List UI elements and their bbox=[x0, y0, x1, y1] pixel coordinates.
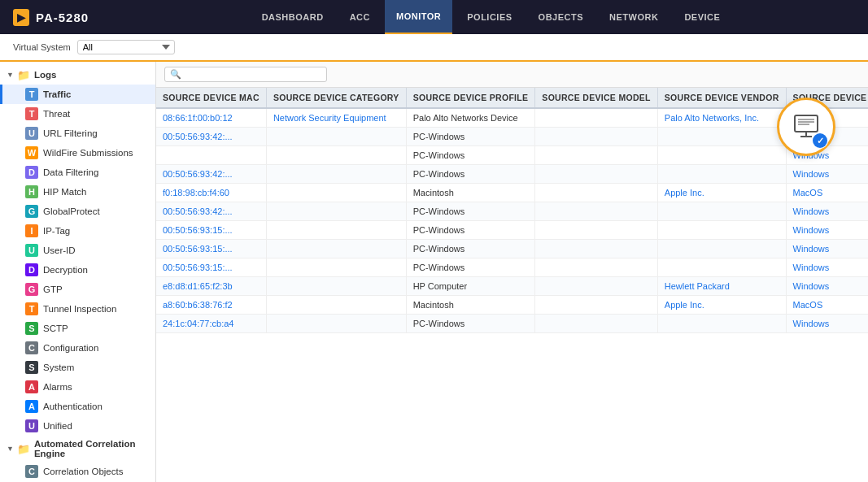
table-cell[interactable]: 24:1c:04:77:cb:a4 bbox=[156, 315, 266, 333]
table-cell: Macintosh bbox=[406, 184, 535, 202]
table-cell bbox=[266, 315, 406, 333]
table-cell[interactable]: Apple Inc. bbox=[657, 184, 786, 202]
nav-policies[interactable]: POLICIES bbox=[456, 0, 523, 34]
sidebar-item-tunnel[interactable]: T Tunnel Inspection bbox=[0, 299, 155, 319]
sidebar-item-authentication[interactable]: A Authentication bbox=[0, 397, 155, 416]
table-cell[interactable] bbox=[156, 146, 266, 165]
table-row[interactable]: 00:50:56:93:42:...PC-WindowsWindowsWindo… bbox=[156, 128, 868, 146]
sidebar-item-label: Decryption bbox=[43, 265, 88, 275]
table-cell: PC-Windows bbox=[406, 315, 535, 333]
userid-icon: U bbox=[25, 244, 38, 257]
sidebar-item-wildfire[interactable]: W WildFire Submissions bbox=[0, 143, 155, 163]
table-cell bbox=[657, 146, 786, 165]
logs-arrow-icon: ▼ bbox=[7, 71, 14, 79]
sidebar-item-label: System bbox=[43, 363, 74, 372]
sidebar-item-data-filtering[interactable]: D Data Filtering bbox=[0, 163, 155, 182]
wildfire-icon: W bbox=[25, 146, 38, 159]
table-cell[interactable]: 00:50:56:93:42:... bbox=[156, 128, 266, 146]
table-cell[interactable]: MacOS bbox=[786, 296, 868, 315]
sidebar-item-threat[interactable]: T Threat bbox=[0, 104, 155, 124]
table-cell bbox=[266, 258, 406, 277]
table-cell[interactable]: Windows bbox=[786, 258, 868, 277]
table-row[interactable]: 00:50:56:93:15:...PC-WindowsWindowsWindo… bbox=[156, 258, 868, 277]
table-cell[interactable]: Network Security Equipment bbox=[266, 108, 406, 128]
table-cell[interactable]: Windows bbox=[786, 277, 868, 296]
table-cell[interactable]: 00:50:56:93:42:... bbox=[156, 202, 266, 221]
sidebar-item-sctp[interactable]: S SCTP bbox=[0, 319, 155, 338]
threat-icon: T bbox=[25, 107, 38, 120]
sidebar-item-label: Tunnel Inspection bbox=[43, 304, 116, 314]
sidebar-item-unified[interactable]: U Unified bbox=[0, 416, 155, 436]
table-cell[interactable]: MacOS bbox=[786, 184, 868, 202]
logs-section-header[interactable]: ▼ 📁 Logs bbox=[0, 65, 155, 85]
table-cell[interactable]: Windows bbox=[786, 221, 868, 240]
table-row[interactable]: e8:d8:d1:65:f2:3bHP ComputerHewlett Pack… bbox=[156, 277, 868, 296]
search-input[interactable] bbox=[185, 70, 315, 80]
sidebar-item-traffic[interactable]: T Traffic bbox=[0, 85, 155, 104]
table-cell[interactable]: 08:66:1f:00:b0:12 bbox=[156, 108, 266, 128]
table-cell bbox=[266, 146, 406, 165]
nav-acc[interactable]: ACC bbox=[338, 0, 382, 34]
col-model: SOURCE DEVICE MODEL bbox=[535, 88, 657, 108]
table-cell[interactable]: a8:60:b6:38:76:f2 bbox=[156, 296, 266, 315]
sidebar-item-system[interactable]: S System bbox=[0, 358, 155, 377]
table-row[interactable]: 24:1c:04:77:cb:a4PC-WindowsWindowsWindow… bbox=[156, 315, 868, 333]
badge-check: ✓ bbox=[812, 132, 828, 149]
sidebar-item-label: Alarms bbox=[43, 382, 72, 392]
search-input-wrapper: 🔍 bbox=[164, 67, 327, 82]
table-row[interactable]: f0:18:98:cb:f4:60MacintoshApple Inc.MacO… bbox=[156, 184, 868, 202]
table-cell[interactable]: 00:50:56:93:15:... bbox=[156, 258, 266, 277]
table-cell[interactable]: Windows bbox=[786, 165, 868, 184]
table-cell[interactable]: Apple Inc. bbox=[657, 296, 786, 315]
logs-folder-icon: 📁 bbox=[17, 68, 30, 81]
table-cell: PC-Windows bbox=[406, 221, 535, 240]
ace-section-header[interactable]: ▼ 📁 Automated Correlation Engine bbox=[0, 436, 155, 462]
table-cell[interactable]: f0:18:98:cb:f4:60 bbox=[156, 184, 266, 202]
table-cell[interactable]: Hewlett Packard bbox=[657, 277, 786, 296]
sidebar-item-url[interactable]: U URL Filtering bbox=[0, 124, 155, 143]
sidebar-item-label: Traffic bbox=[43, 89, 72, 99]
sidebar-item-label: Authentication bbox=[43, 402, 103, 411]
nav-device[interactable]: DEVICE bbox=[673, 0, 731, 34]
nav-dashboard[interactable]: DASHBOARD bbox=[251, 0, 335, 34]
col-profile: SOURCE DEVICE PROFILE bbox=[406, 88, 535, 108]
sidebar-item-label: Threat bbox=[43, 109, 70, 119]
sidebar-item-label: IP-Tag bbox=[43, 226, 70, 236]
table-cell[interactable]: e8:d8:d1:65:f2:3b bbox=[156, 277, 266, 296]
sidebar-item-hip[interactable]: H HIP Match bbox=[0, 182, 155, 202]
sidebar-item-configuration[interactable]: C Configuration bbox=[0, 338, 155, 358]
url-icon: U bbox=[25, 127, 38, 140]
table-cell[interactable]: Windows bbox=[786, 240, 868, 258]
table-cell bbox=[266, 277, 406, 296]
table-row[interactable]: 00:50:56:93:42:...PC-WindowsWindowsWindo… bbox=[156, 165, 868, 184]
nav-monitor[interactable]: MONITOR bbox=[385, 0, 452, 34]
table-cell[interactable]: 00:50:56:93:15:... bbox=[156, 240, 266, 258]
tunnel-icon: T bbox=[25, 302, 38, 315]
gp-icon: G bbox=[25, 205, 38, 218]
vs-select[interactable]: All vsys1 vsys2 bbox=[77, 40, 175, 54]
table-cell[interactable]: Windows bbox=[786, 202, 868, 221]
table-cell bbox=[266, 296, 406, 315]
table-row[interactable]: 08:66:1f:00:b0:12Network Security Equipm… bbox=[156, 108, 868, 128]
sidebar-item-decryption[interactable]: D Decryption bbox=[0, 260, 155, 280]
nav-objects[interactable]: OBJECTS bbox=[527, 0, 595, 34]
table-cell[interactable]: 00:50:56:93:15:... bbox=[156, 221, 266, 240]
sidebar-item-alarms[interactable]: A Alarms bbox=[0, 377, 155, 397]
sidebar-item-userid[interactable]: U User-ID bbox=[0, 241, 155, 260]
table-cell bbox=[657, 315, 786, 333]
config-icon: C bbox=[25, 341, 38, 354]
table-row[interactable]: PC-WindowsWindows bbox=[156, 146, 868, 165]
table-cell[interactable]: 00:50:56:93:42:... bbox=[156, 165, 266, 184]
table-row[interactable]: 00:50:56:93:15:...PC-WindowsWindowsWindo… bbox=[156, 221, 868, 240]
sidebar-item-label: HIP Match bbox=[43, 187, 86, 197]
sidebar-item-globalprotect[interactable]: G GlobalProtect bbox=[0, 202, 155, 221]
nav-network[interactable]: NETWORK bbox=[598, 0, 670, 34]
sidebar-item-correlation[interactable]: C Correlation Objects bbox=[0, 462, 155, 481]
table-cell[interactable]: Windows bbox=[786, 315, 868, 333]
sidebar-item-iptag[interactable]: I IP-Tag bbox=[0, 221, 155, 241]
table-row[interactable]: 00:50:56:93:42:...PC-WindowsWindowsWindo… bbox=[156, 202, 868, 221]
table-row[interactable]: a8:60:b6:38:76:f2MacintoshApple Inc.MacO… bbox=[156, 296, 868, 315]
table-cell[interactable]: Palo Alto Networks, Inc. bbox=[657, 108, 786, 128]
table-row[interactable]: 00:50:56:93:15:...PC-WindowsWindowsWindo… bbox=[156, 240, 868, 258]
sidebar-item-gtp[interactable]: G GTP bbox=[0, 280, 155, 299]
